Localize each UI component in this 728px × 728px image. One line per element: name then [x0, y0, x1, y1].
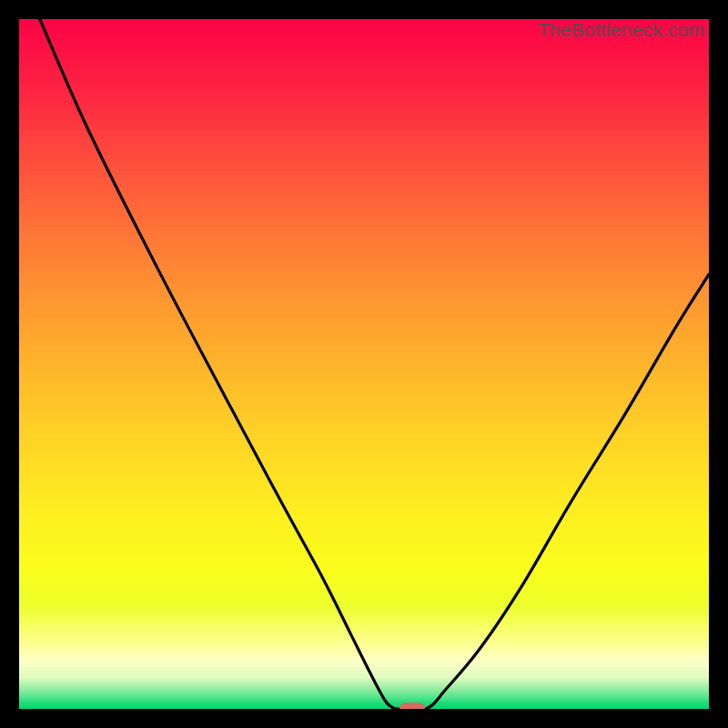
watermark-text: TheBottleneck.com — [539, 19, 705, 41]
curve-line — [19, 19, 709, 709]
plot-area: TheBottleneck.com — [19, 19, 709, 709]
optimal-marker — [399, 703, 425, 709]
chart-frame: TheBottleneck.com — [0, 0, 728, 728]
